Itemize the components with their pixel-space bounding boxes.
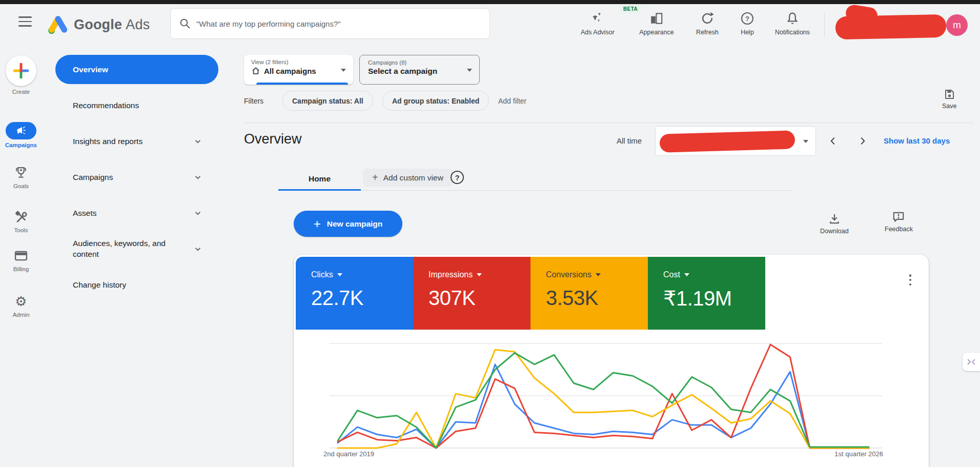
rail-item-billing[interactable]: Billing [0,248,42,272]
chevron-right-icon [857,135,868,147]
cost-value: ₹1.19M [663,287,765,310]
tabs-help-icon[interactable]: ? [451,171,464,184]
view-selector[interactable]: View (2 filters) All campaigns [244,55,353,85]
search-input[interactable] [196,19,481,28]
save-label: Save [942,103,957,110]
caret-down-icon [341,69,346,72]
previous-period-button[interactable] [826,134,840,148]
save-icon [943,88,955,100]
trophy-icon [13,165,29,180]
view-selector-active-underline [256,83,348,85]
rail-item-create[interactable]: Create [0,55,42,95]
section-divider [244,123,974,123]
view-selector-value: All campaigns [264,67,316,75]
view-selector-caption: View (2 filters) [251,59,347,65]
rail-item-campaigns[interactable]: Campaigns [0,122,42,148]
performance-trend-chart [323,336,883,455]
caret-down-icon [337,273,342,276]
chevron-left-icon [827,135,839,147]
save-button[interactable]: Save [942,88,957,110]
search-icon [179,17,191,30]
ads-advisor-button[interactable]: BETA Ads Advisor [573,11,622,36]
nav-item-overview[interactable]: Overview [55,55,218,84]
scorecard-clicks[interactable]: Clicks 22.7K [296,257,413,330]
nav-item-insights-and-reports[interactable]: Insights and reports [73,135,202,148]
google-ads-logo-icon [47,14,69,35]
home-icon [251,66,260,75]
nav-item-recommendations[interactable]: Recommendations [73,99,202,112]
chevron-down-icon [193,173,202,182]
add-filter-button[interactable]: Add filter [498,97,526,105]
plus-icon: + [372,172,378,184]
nav-item-assets[interactable]: Assets [73,207,202,219]
refresh-label: Refresh [696,29,719,36]
chart-x-axis: 2nd quarter 2019 1st quarter 2026 [323,450,883,458]
svg-text:?: ? [745,15,749,23]
nav-item-audiences-keywords-content[interactable]: Audiences, keywords, and content [73,237,202,261]
scorecard-cost[interactable]: Cost ₹1.19M [648,257,765,330]
series-cost [338,353,869,448]
plus-multicolor-icon [12,62,30,79]
caret-down-icon [467,69,472,72]
appearance-button[interactable]: Appearance [632,11,681,36]
rail-label-goals: Goals [13,183,29,189]
scorecard-impressions[interactable]: Impressions 307K [413,257,530,330]
rail-label-tools: Tools [14,227,28,233]
feedback-button[interactable]: Feedback [885,210,913,233]
nav-item-change-history[interactable]: Change history [73,279,202,291]
plus-icon: + [314,217,321,231]
x-axis-start-label: 2nd quarter 2019 [323,450,374,458]
notifications-button[interactable]: Notifications [768,11,817,36]
rail-item-goals[interactable]: Goals [0,165,42,189]
side-panel-toggle[interactable] [963,353,980,371]
appearance-label: Appearance [639,29,673,36]
header-divider [824,13,825,37]
campaign-selector-value: Select a campaign [368,67,437,76]
menu-hamburger-icon[interactable] [18,16,32,27]
caret-down-icon [684,273,689,276]
caret-down-icon [477,273,482,276]
megaphone-icon [15,125,27,136]
filter-chip-ad-group-status[interactable]: Ad group status: Enabled [382,91,489,111]
nav-overview-label: Overview [73,65,108,74]
avatar-initial: m [953,19,961,31]
tab-home[interactable]: Home [278,169,361,191]
campaign-selector[interactable]: Campaigns (8) Select a campaign [359,55,480,85]
avatar[interactable]: m [946,14,968,36]
series-clicks [338,364,869,448]
clicks-value: 22.7K [311,287,413,310]
help-icon: ? [740,11,754,26]
scorecard-conversions[interactable]: Conversions 3.53K [530,257,648,330]
date-range-selector[interactable] [655,126,816,156]
rail-label-admin: Admin [13,312,30,318]
help-label: Help [741,29,754,36]
rail-label-create: Create [12,89,30,95]
bell-icon [785,11,800,26]
card-overflow-menu-icon[interactable] [905,273,915,287]
scorecard-strip: Clicks 22.7K Impressions 307K Conversion… [296,257,765,330]
overview-summary-card: Clicks 22.7K Impressions 307K Conversion… [294,255,929,467]
x-axis-end-label: 1st quarter 2026 [834,450,883,458]
download-button[interactable]: Download [820,212,849,235]
nav-item-campaigns[interactable]: Campaigns [73,171,202,184]
rail-label-campaigns: Campaigns [5,142,37,148]
filter-chip-campaign-status[interactable]: Campaign status: All [282,91,373,111]
refresh-icon [700,11,714,26]
rail-item-admin[interactable]: ⚙ Admin [0,294,42,318]
show-last-30-days-link[interactable]: Show last 30 days [884,136,950,145]
date-range-type-label: All time [617,136,642,145]
tools-icon [13,209,29,225]
feedback-label: Feedback [885,226,913,233]
next-period-button[interactable] [856,134,869,148]
search-box[interactable] [170,8,490,39]
help-button[interactable]: ? Help [723,11,772,36]
browser-top-strip [0,0,980,4]
add-custom-view-button[interactable]: + Add custom view [363,169,453,187]
notifications-label: Notifications [775,29,810,36]
ads-advisor-label: Ads Advisor [581,29,615,36]
caret-down-icon [803,140,808,143]
conversions-value: 3.53K [546,287,648,310]
google-ads-logo: GoogleAds [47,13,150,36]
rail-item-tools[interactable]: Tools [0,209,42,233]
new-campaign-button[interactable]: + New campaign [294,211,402,237]
